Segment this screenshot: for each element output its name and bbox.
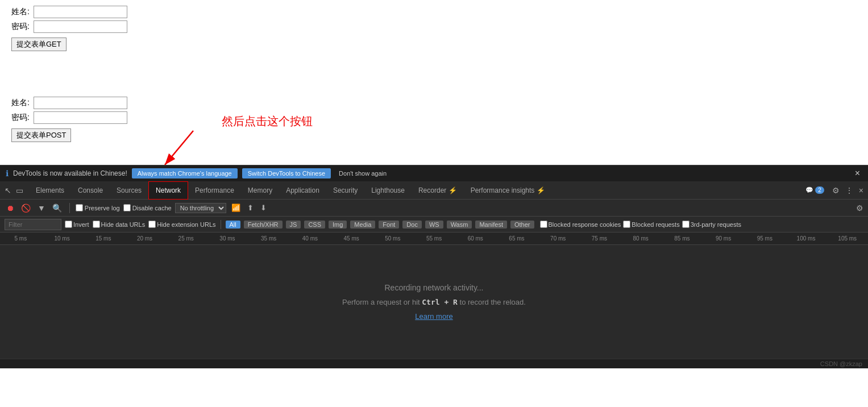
page-footer: CSDN @zkzap [0,359,868,368]
recording-hint: Perform a request or hit Ctrl + R to rec… [342,298,526,306]
form-post-password-label: 密码: [11,113,31,123]
blocked-cookies-checkbox[interactable] [540,221,547,228]
record-icon[interactable]: ⏺ [5,203,16,213]
notification-badge-area[interactable]: 💬 2 [802,185,828,195]
form-get-name-input[interactable] [34,6,127,18]
hint-prefix: Perform a request or hit [342,298,422,306]
blocked-requests-label[interactable]: Blocked requests [623,221,679,228]
tab-lighthouse[interactable]: Lighthouse [364,181,412,200]
tab-elements[interactable]: Elements [29,181,71,200]
infobar-close-button[interactable]: × [853,168,862,178]
preserve-log-checkbox[interactable] [76,204,83,211]
filter-input[interactable] [5,219,61,230]
timeline-tick: 105 ms [827,235,868,242]
filter-fetch-xhr-button[interactable]: Fetch/XHR [244,221,283,229]
disable-cache-checkbox[interactable] [123,204,131,211]
upload-icon[interactable]: ⬆ [246,203,255,213]
form-post-password-row: 密码: [11,111,857,124]
timeline-tick: 35 ms [248,235,289,242]
filter-img-button[interactable]: Img [329,221,347,229]
timeline-tick: 75 ms [579,235,620,242]
timeline-tick: 65 ms [496,235,538,242]
download-icon[interactable]: ⬇ [259,203,268,213]
hide-ext-urls-checkbox[interactable] [148,221,156,228]
preserve-log-label[interactable]: Preserve log [76,204,120,211]
invert-label[interactable]: Invert [65,221,89,228]
learn-more-link[interactable]: Learn more [415,312,452,321]
clear-icon[interactable]: 🚫 [19,203,32,213]
tab-recorder[interactable]: Recorder ⚡ [412,181,464,200]
search-icon[interactable]: 🔍 [51,203,64,213]
filter-bar: Invert Hide data URLs Hide extension URL… [0,217,868,232]
timeline-tick: 85 ms [662,235,703,242]
filter-all-button[interactable]: All [226,221,240,229]
devtools-tab-bar: ↖ ▭ Elements Console Sources Network Per… [0,181,868,200]
throttling-select[interactable]: No throttling [175,203,226,213]
timeline-tick: 100 ms [786,235,827,242]
wifi-icon[interactable]: 📶 [230,203,242,213]
form-post-name-row: 姓名: [11,97,857,109]
btn-switch-chinese[interactable]: Switch DevTools to Chinese [242,168,331,178]
devtools-panel: ℹ DevTools is now available in Chinese! … [0,165,868,368]
filter-css-button[interactable]: CSS [304,221,325,229]
third-party-checkbox[interactable] [682,221,690,228]
filter-manifest-button[interactable]: Manifest [475,221,507,229]
blocked-cookies-text: Blocked response cookies [549,221,621,228]
tab-network[interactable]: Network [148,181,188,200]
blocked-requests-checkbox[interactable] [623,221,630,228]
devtools-close-icon[interactable]: × [858,185,865,196]
hide-ext-urls-text: Hide extension URLs [157,221,215,228]
timeline-tick: 55 ms [413,235,455,242]
filter-js-button[interactable]: JS [286,221,301,229]
form-post-submit-button[interactable]: 提交表单POST [11,128,71,142]
form-get-submit-button[interactable]: 提交表单GET [11,38,67,51]
form-get: 姓名: 密码: 提交表单GET [11,6,857,51]
more-dots-icon[interactable]: ⋮ [844,185,854,196]
tab-performance-insights[interactable]: Performance insights ⚡ [464,181,552,200]
hide-ext-urls-label[interactable]: Hide extension URLs [148,221,215,228]
timeline-tick: 15 ms [82,235,124,242]
hide-data-urls-checkbox[interactable] [93,221,100,228]
tab-security[interactable]: Security [326,181,364,200]
page-content: 姓名: 密码: 提交表单GET 姓名: 密码: 提交表单POST 然后点击这个按… [0,0,868,165]
tab-performance[interactable]: Performance [188,181,241,200]
device-icon[interactable]: ▭ [15,185,24,196]
network-settings-icon[interactable]: ⚙ [856,204,863,213]
invert-checkbox[interactable] [65,221,72,228]
form-get-password-input[interactable] [34,20,127,33]
invert-text: Invert [73,221,89,228]
timeline-tick: 25 ms [165,235,207,242]
gear-icon[interactable]: ⚙ [831,185,841,196]
filter-media-button[interactable]: Media [350,221,375,229]
filter-other-button[interactable]: Other [510,221,534,229]
tab-application[interactable]: Application [279,181,326,200]
form-get-name-label: 姓名: [11,7,31,17]
filter-font-button[interactable]: Font [379,221,399,229]
hide-data-urls-text: Hide data URLs [101,221,146,228]
tab-console[interactable]: Console [71,181,110,200]
blocked-cookies-label[interactable]: Blocked response cookies [540,221,621,228]
filter-doc-button[interactable]: Doc [402,221,422,229]
devtools-infobar: ℹ DevTools is now available in Chinese! … [0,165,868,181]
blocked-requests-text: Blocked requests [632,221,679,228]
hide-data-urls-label[interactable]: Hide data URLs [93,221,146,228]
btn-dont-show[interactable]: Don't show again [335,168,390,178]
third-party-label[interactable]: 3rd-party requests [682,221,741,228]
timeline-tick: 80 ms [620,235,662,242]
form-get-name-row: 姓名: [11,6,857,18]
tab-memory[interactable]: Memory [241,181,279,200]
timeline-tick: 95 ms [744,235,786,242]
recording-text: Recording network activity... [384,283,483,292]
cursor-icon[interactable]: ↖ [3,185,13,196]
form-post-password-input[interactable] [34,111,127,124]
devtools-tab-icons: ↖ ▭ [3,185,24,196]
btn-match-language[interactable]: Always match Chrome's language [132,168,238,178]
tab-sources[interactable]: Sources [110,181,148,200]
disable-cache-label[interactable]: Disable cache [123,204,172,211]
filter-ws-button[interactable]: WS [425,221,443,229]
filter-icon[interactable]: ▼ [36,203,47,213]
form-get-password-row: 密码: [11,20,857,33]
filter-wasm-button[interactable]: Wasm [447,221,472,229]
separator-1 [69,203,70,213]
form-post-name-input[interactable] [34,97,127,109]
